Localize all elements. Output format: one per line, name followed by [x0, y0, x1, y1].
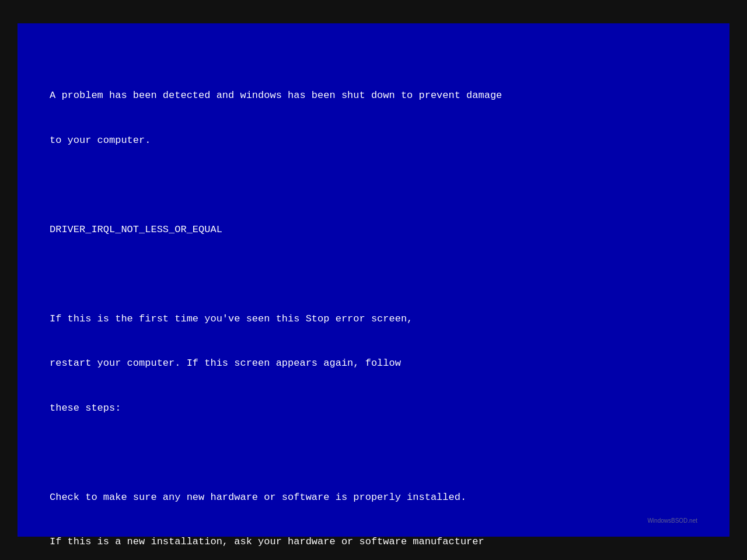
spacer2 — [50, 267, 697, 282]
line7: If this is a new installation, ask your … — [50, 534, 697, 550]
watermark-text: WindowsBSOD.net — [647, 517, 697, 524]
spacer3 — [50, 445, 697, 460]
bsod-content: A problem has been detected and windows … — [50, 58, 697, 490]
line5: these steps: — [50, 401, 697, 416]
error-code: DRIVER_IRQL_NOT_LESS_OR_EQUAL — [50, 222, 697, 237]
line1: A problem has been detected and windows … — [50, 88, 697, 103]
line6: Check to make sure any new hardware or s… — [50, 490, 697, 505]
spacer1 — [50, 177, 697, 192]
watermark: WindowsBSOD.net — [647, 517, 697, 524]
bsod-screen: A problem has been detected and windows … — [18, 23, 729, 537]
line3: If this is the first time you've seen th… — [50, 312, 697, 327]
line2: to your computer. — [50, 133, 697, 148]
line4: restart your computer. If this screen ap… — [50, 356, 697, 371]
